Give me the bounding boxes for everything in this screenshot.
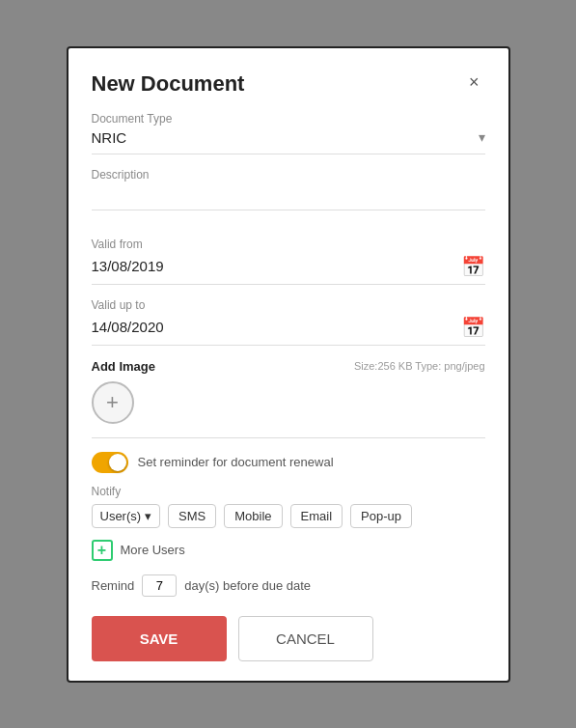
chevron-down-icon: ▾	[479, 129, 485, 145]
valid-up-to-value: 14/08/2020	[92, 319, 164, 335]
document-type-value: NRIC	[92, 129, 479, 146]
new-document-dialog: New Document × Document Type NRIC ▾ Desc…	[67, 46, 510, 683]
valid-up-to-label: Valid up to	[92, 298, 485, 312]
notify-chip-popup[interactable]: Pop-up	[350, 504, 412, 528]
reminder-text: Set reminder for document renewal	[138, 455, 334, 469]
valid-from-value: 13/08/2019	[92, 258, 164, 274]
divider	[92, 437, 485, 438]
notify-users-select[interactable]: User(s) ▾	[92, 504, 161, 528]
document-type-label: Document Type	[92, 112, 485, 126]
description-label: Description	[92, 168, 485, 182]
notify-chip-sms[interactable]: SMS	[168, 504, 216, 528]
description-field: Description	[92, 168, 485, 224]
notify-row: User(s) ▾ SMS Mobile Email Pop-up	[92, 504, 485, 528]
document-type-select[interactable]: NRIC ▾	[92, 129, 485, 154]
reminder-row: Set reminder for document renewal	[92, 452, 485, 473]
description-input[interactable]	[92, 185, 485, 210]
valid-up-to-calendar-icon[interactable]: 📅	[461, 316, 485, 339]
reminder-toggle[interactable]	[92, 452, 128, 473]
remind-days-input[interactable]	[142, 574, 177, 597]
dialog-title: New Document	[92, 71, 245, 97]
toggle-knob	[109, 454, 126, 471]
valid-from-row: 13/08/2019 📅	[92, 255, 485, 285]
add-image-button[interactable]: +	[92, 381, 134, 424]
button-row: SAVE CANCEL	[92, 616, 485, 661]
cancel-button[interactable]: CANCEL	[238, 616, 373, 661]
notify-chevron-icon: ▾	[145, 509, 151, 523]
close-button[interactable]: ×	[463, 71, 485, 93]
dialog-header: New Document ×	[92, 71, 485, 97]
add-image-section: Add Image Size:256 KB Type: png/jpeg +	[92, 359, 485, 424]
notify-chip-mobile[interactable]: Mobile	[224, 504, 282, 528]
valid-up-to-row: 14/08/2020 📅	[92, 316, 485, 346]
remind-label-after: day(s) before due date	[184, 578, 311, 593]
notify-select-value: User(s)	[100, 509, 142, 523]
valid-from-field: Valid from 13/08/2019 📅	[92, 238, 485, 285]
more-users-row: + More Users	[92, 540, 485, 561]
valid-from-label: Valid from	[92, 238, 485, 251]
remind-label-before: Remind	[92, 578, 135, 593]
notify-label: Notify	[92, 485, 485, 498]
valid-from-calendar-icon[interactable]: 📅	[461, 255, 485, 278]
add-image-label: Add Image	[92, 359, 155, 374]
more-users-label: More Users	[121, 543, 185, 557]
save-button[interactable]: SAVE	[92, 616, 227, 661]
valid-up-to-field: Valid up to 14/08/2020 📅	[92, 298, 485, 346]
remind-row: Remind day(s) before due date	[92, 574, 485, 597]
notify-chip-email[interactable]: Email	[290, 504, 343, 528]
more-users-icon[interactable]: +	[92, 540, 113, 561]
document-type-field: Document Type NRIC ▾	[92, 112, 485, 154]
add-image-header: Add Image Size:256 KB Type: png/jpeg	[92, 359, 485, 374]
image-hint: Size:256 KB Type: png/jpeg	[354, 360, 485, 372]
